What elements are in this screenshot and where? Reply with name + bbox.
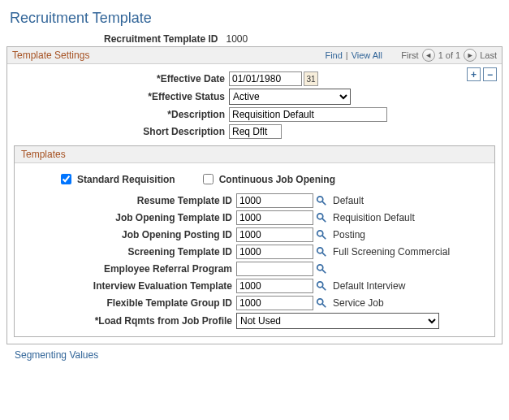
screening-label: Screening Template ID xyxy=(21,246,236,258)
resume-desc: Default xyxy=(333,195,364,206)
first-label: First xyxy=(401,50,418,60)
svg-line-7 xyxy=(322,253,326,256)
interview-input[interactable] xyxy=(236,279,313,293)
add-row-button[interactable]: + xyxy=(467,67,481,81)
lookup-icon[interactable] xyxy=(315,211,328,224)
template-id-row: Recruitment Template ID 1000 xyxy=(6,33,503,45)
find-link[interactable]: Find xyxy=(325,50,342,60)
lookup-icon[interactable] xyxy=(315,228,328,241)
screening-input[interactable] xyxy=(236,245,313,259)
nav-position: 1 of 1 xyxy=(438,50,461,60)
svg-line-9 xyxy=(322,270,326,273)
page-title: Recruitment Template xyxy=(10,10,503,27)
standard-req-container[interactable]: Standard Requisition xyxy=(58,171,175,187)
job-opening-input[interactable] xyxy=(236,210,313,225)
template-settings-section: Template Settings Find | View All First … xyxy=(6,46,503,344)
flex-input[interactable] xyxy=(236,296,313,310)
referral-label: Employee Referral Program xyxy=(21,263,236,275)
templates-title: Templates xyxy=(15,146,494,163)
svg-point-8 xyxy=(317,265,323,271)
calendar-icon[interactable]: 31 xyxy=(304,71,318,86)
lookup-icon[interactable] xyxy=(315,297,328,310)
description-label: Description xyxy=(14,109,229,120)
svg-point-6 xyxy=(317,248,323,253)
svg-line-13 xyxy=(322,304,326,307)
posting-input[interactable] xyxy=(236,227,313,242)
interview-label: Interview Evaluation Template xyxy=(21,280,236,292)
svg-point-4 xyxy=(317,231,323,236)
interview-desc: Default Interview xyxy=(333,280,405,292)
short-description-label: Short Description xyxy=(14,126,229,137)
section-title: Template Settings xyxy=(12,50,89,61)
lookup-icon[interactable] xyxy=(315,194,328,207)
svg-line-1 xyxy=(322,201,326,205)
remove-row-button[interactable]: − xyxy=(483,67,497,81)
svg-line-5 xyxy=(322,236,326,239)
prev-button[interactable]: ◄ xyxy=(422,49,435,62)
effective-date-input[interactable] xyxy=(229,71,302,86)
effective-status-label: Effective Status xyxy=(14,91,229,102)
effective-status-select[interactable]: Active xyxy=(229,89,351,105)
continuous-container[interactable]: Continuous Job Opening xyxy=(200,171,335,187)
lookup-icon[interactable] xyxy=(315,262,328,275)
screening-desc: Full Screening Commercial xyxy=(333,246,450,258)
flex-desc: Service Job xyxy=(333,297,384,309)
resume-input[interactable] xyxy=(236,193,313,208)
lookup-icon[interactable] xyxy=(315,245,328,258)
resume-label: Resume Template ID xyxy=(21,195,236,206)
segmenting-values-link[interactable]: Segmenting Values xyxy=(15,349,98,361)
view-all-link[interactable]: View All xyxy=(352,50,382,60)
job-opening-label: Job Opening Template ID xyxy=(21,212,236,223)
referral-input[interactable] xyxy=(236,262,313,276)
svg-point-2 xyxy=(317,214,323,219)
flex-label: Flexible Template Group ID xyxy=(21,297,236,309)
description-input[interactable] xyxy=(229,107,387,122)
template-id-value: 1000 xyxy=(226,33,248,45)
section-nav: Find | View All First ◄ 1 of 1 ► Last xyxy=(325,49,497,62)
templates-subsection: Templates Standard Requisition Continuou… xyxy=(14,145,495,337)
svg-line-3 xyxy=(322,219,326,222)
lookup-icon[interactable] xyxy=(315,279,328,292)
svg-line-11 xyxy=(322,287,326,290)
job-opening-desc: Requisition Default xyxy=(333,212,415,223)
continuous-checkbox[interactable] xyxy=(203,174,214,184)
svg-point-12 xyxy=(317,299,323,305)
continuous-label: Continuous Job Opening xyxy=(219,174,335,185)
load-label: Load Rqmts from Job Profile xyxy=(21,315,236,327)
posting-label: Job Opening Posting ID xyxy=(21,229,236,240)
template-id-label: Recruitment Template ID xyxy=(104,33,218,45)
last-label: Last xyxy=(480,50,497,60)
load-select[interactable]: Not Used xyxy=(236,313,439,329)
effective-date-label: Effective Date xyxy=(14,73,229,84)
short-description-input[interactable] xyxy=(229,124,282,139)
next-button[interactable]: ► xyxy=(464,49,477,62)
svg-point-10 xyxy=(317,282,323,288)
standard-req-checkbox[interactable] xyxy=(61,174,71,184)
posting-desc: Posting xyxy=(333,229,365,240)
nav-separator: | xyxy=(346,50,348,60)
svg-point-0 xyxy=(317,197,323,202)
standard-req-label: Standard Requisition xyxy=(77,174,175,185)
